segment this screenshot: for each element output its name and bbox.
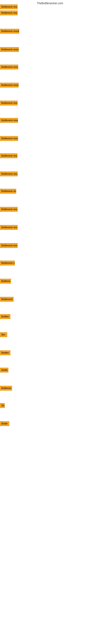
bottleneck-result-item[interactable]: Bottleneck result bbox=[0, 172, 18, 176]
bottleneck-result-item[interactable]: Bottleneck result bbox=[0, 243, 18, 248]
bottleneck-result-item[interactable]: Bottleneck result bbox=[0, 47, 19, 52]
bottleneck-result-item[interactable]: Bottlen bbox=[0, 314, 10, 319]
bottleneck-result-item[interactable]: Bottlen bbox=[0, 350, 10, 355]
bottleneck-result-item[interactable]: Bottleneck result bbox=[0, 189, 16, 194]
bottleneck-result-item[interactable]: Bottle bbox=[0, 368, 8, 372]
bottleneck-result-item[interactable]: Bottleneck result bbox=[0, 64, 18, 70]
bottleneck-result-item[interactable]: Bottleneck result bbox=[0, 83, 19, 88]
bottleneck-result-item[interactable]: Bottleneck result bbox=[0, 29, 19, 34]
bottleneck-result-item[interactable]: Bottleneck result bbox=[0, 136, 18, 141]
bottleneck-result-item[interactable]: Bottle bbox=[0, 421, 9, 426]
bottleneck-result-item[interactable]: Bottleneck result bbox=[0, 4, 18, 9]
bottleneck-result-item[interactable]: Bottleneck result bbox=[0, 118, 18, 123]
bottleneck-result-item[interactable]: Bottleneck r bbox=[0, 297, 14, 302]
bottleneck-result-item[interactable]: Bot bbox=[0, 332, 7, 337]
bottleneck-result-item[interactable]: Bottlenec bbox=[0, 386, 12, 391]
bottleneck-result-item[interactable]: Bottleneck result bbox=[0, 225, 18, 230]
bottleneck-result-item[interactable]: Bottleneck result bbox=[0, 207, 18, 212]
bottleneck-result-item[interactable]: Bottleneck result bbox=[0, 153, 17, 158]
bottleneck-result-item[interactable]: Bottleneck result bbox=[0, 10, 18, 15]
bottleneck-result-item[interactable]: Bottlene bbox=[0, 279, 11, 284]
bottleneck-result-item[interactable]: Bo bbox=[0, 403, 5, 408]
bottleneck-result-item[interactable]: Bottleneck re bbox=[0, 260, 15, 266]
bottleneck-result-item[interactable]: Bottleneck result bbox=[0, 100, 18, 106]
